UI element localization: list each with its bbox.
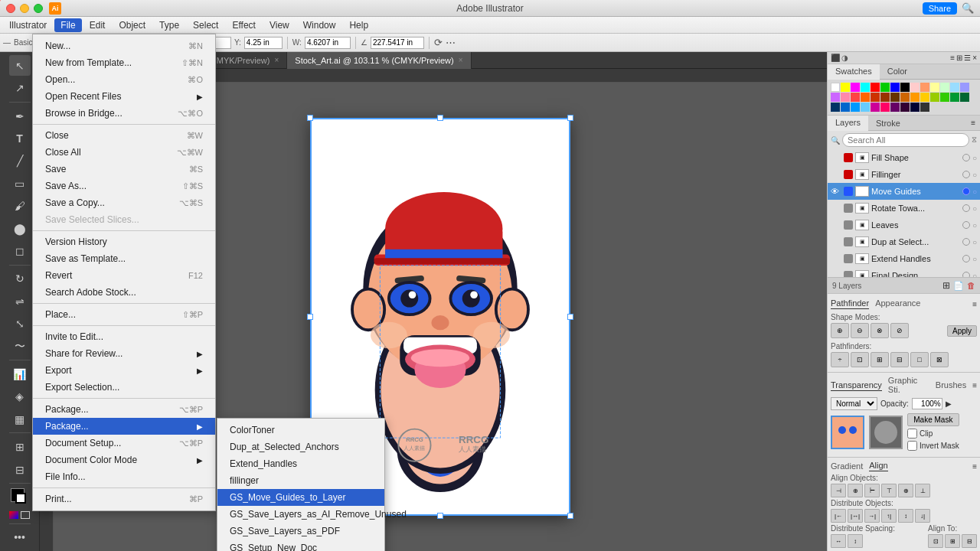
menu-color-mode[interactable]: Document Color Mode▶: [33, 452, 215, 468]
handle-tl[interactable]: [307, 115, 313, 121]
menu-share-review[interactable]: Share for Review...▶: [33, 345, 215, 362]
menu-browse-bridge[interactable]: Browse in Bridge...⌥⌘O: [33, 105, 215, 122]
menu-print[interactable]: Print...⌘P: [33, 491, 215, 507]
handle-bm[interactable]: [437, 513, 443, 519]
tab-stock-2[interactable]: Stock_Art.ai @ 103.11 % (CMYK/Preview) ×: [287, 52, 471, 69]
handle-br[interactable]: [567, 513, 573, 519]
menu-save-copy[interactable]: Save a Copy...⌥⌘S: [33, 194, 215, 211]
menu-document-setup[interactable]: Document Setup...⌥⌘P: [33, 435, 215, 452]
script-dup-anchors[interactable]: Dup_at_Selected_Anchors: [217, 439, 384, 455]
script-colortoner[interactable]: ColorToner: [217, 422, 384, 439]
menu-search-stock[interactable]: Search Adobe Stock...: [33, 284, 215, 301]
script-gs-save-pdf[interactable]: GS_Save_Layers_as_PDF: [217, 523, 384, 540]
swap-color-icons: [8, 510, 31, 520]
menu-save-as[interactable]: Save As...⇧⌘S: [33, 178, 215, 194]
menu-open-recent[interactable]: Open Recent Files▶: [33, 88, 215, 105]
menu-export[interactable]: Export▶: [33, 362, 215, 379]
menu-close-all[interactable]: Close All⌥⌘W: [33, 144, 215, 161]
menu-close[interactable]: Close⌘W: [33, 127, 215, 144]
script-fillinger[interactable]: fillinger: [217, 472, 384, 489]
none-icon[interactable]: [21, 511, 30, 519]
handle-ml[interactable]: [307, 314, 313, 320]
scripts-submenu: ColorToner Dup_at_Selected_Anchors Exten…: [217, 418, 385, 551]
menu-invite-edit[interactable]: Invite to Edit...: [33, 328, 215, 345]
menu-open[interactable]: Open...⌘O: [33, 71, 215, 88]
menu-new-template[interactable]: New from Template...⇧⌘N: [33, 54, 215, 71]
script-extend-handles[interactable]: Extend_Handles: [217, 455, 384, 472]
menu-save-template[interactable]: Save as Template...: [33, 250, 215, 267]
tab-stock-1-close[interactable]: ×: [274, 56, 279, 64]
menu-save[interactable]: Save⌘S: [33, 161, 215, 178]
menu-new[interactable]: New...⌘N: [33, 37, 215, 54]
file-menu-dropdown: New...⌘N New from Template...⇧⌘N Open...…: [32, 34, 216, 511]
script-gs-save-ai[interactable]: GS_Save_Layers_as_AI_Remove_Unused: [217, 506, 384, 523]
menu-scripts[interactable]: Package...▶ ColorToner Dup_at_Selected_A…: [33, 418, 215, 435]
menu-revert[interactable]: RevertF12: [33, 267, 215, 284]
script-gs-move-guides[interactable]: GS_Move_Guides_to_Layer: [217, 489, 384, 506]
menu-save-slices[interactable]: Save Selected Slices...: [33, 211, 215, 228]
handle-tm[interactable]: [437, 115, 443, 121]
handle-mr[interactable]: [567, 314, 573, 320]
tab-stock-2-label: Stock_Art.ai @ 103.11 % (CMYK/Preview): [295, 56, 453, 65]
script-gs-setup[interactable]: GS_Setup_New_Doc: [217, 540, 384, 551]
handle-tr[interactable]: [567, 115, 573, 121]
menu-file-info[interactable]: File Info...: [33, 468, 215, 485]
tab-stock-2-close[interactable]: ×: [459, 56, 463, 64]
menu-version-history[interactable]: Version History: [33, 233, 215, 250]
menu-package[interactable]: Package...⌥⌘P: [33, 401, 215, 418]
menu-place[interactable]: Place...⇧⌘P: [33, 306, 215, 323]
menu-export-selection[interactable]: Export Selection...: [33, 379, 215, 396]
